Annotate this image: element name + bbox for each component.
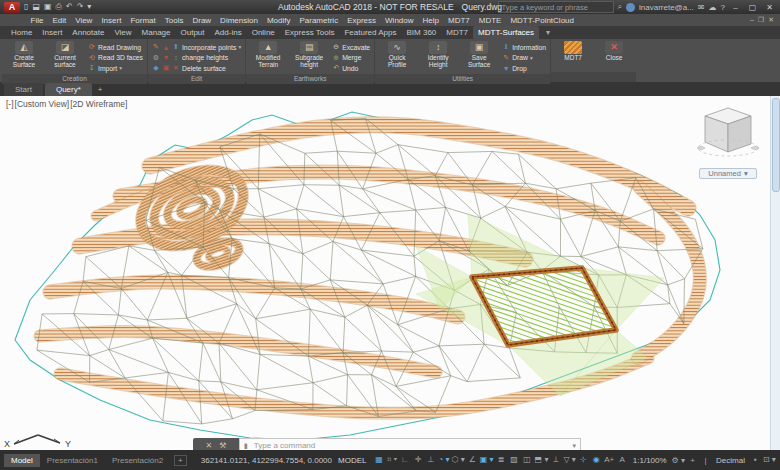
close-panel-button[interactable]: ✕ Close <box>596 41 632 62</box>
ortho-mode-icon[interactable]: ⊥ <box>424 455 437 465</box>
group-label-earthworks[interactable]: Earthworks <box>246 74 374 84</box>
drawing-canvas[interactable]: [-] [Custom View] [2D Wireframe] Unnamed… <box>0 96 780 450</box>
command-recent-icon[interactable]: ▾ <box>572 442 576 450</box>
doc-minimize-button[interactable]: – <box>750 16 754 24</box>
file-tab[interactable]: Query* <box>45 83 92 96</box>
new-file-icon[interactable]: ▯ <box>24 2 28 12</box>
ribbon-tab[interactable]: Featured Apps <box>339 26 401 39</box>
communication-center-icon[interactable]: ✉ <box>698 3 705 12</box>
signed-in-user[interactable]: lnavarrete@a... <box>639 3 694 12</box>
isometric-drafting-icon[interactable]: ⬡ ▾ <box>451 455 466 465</box>
menu-item[interactable]: Modify <box>262 16 295 25</box>
plot-icon[interactable]: ⎙ <box>56 2 62 12</box>
search-input[interactable] <box>498 1 614 13</box>
command-line-grip[interactable]: ✕ ⚒ <box>193 438 239 450</box>
object-snap-tracking-icon[interactable]: ∠ <box>466 455 479 465</box>
draw-button[interactable]: ✎Draw▾ <box>502 54 546 62</box>
help-icon[interactable]: ? <box>721 3 725 12</box>
autocad-logo-icon[interactable]: A <box>4 2 20 13</box>
ribbon-tab[interactable]: Annotate <box>67 26 109 39</box>
group-label-utilities[interactable]: Utilities <box>375 74 550 84</box>
ribbon-tab[interactable]: Insert <box>37 26 67 39</box>
import-button[interactable]: ↧Import▾ <box>88 64 143 72</box>
minimize-button[interactable]: – <box>729 3 742 12</box>
identify-height-button[interactable]: ↕ Identify Height <box>420 41 456 69</box>
doc-restore-button[interactable]: ❐ <box>758 16 764 24</box>
command-customize-icon[interactable]: ⚒ <box>219 441 226 450</box>
snap-mode-icon[interactable]: ⌗ ▾ <box>385 455 398 465</box>
units-divider-icon[interactable]: | <box>699 456 712 465</box>
viewcube-ucs-dropdown[interactable]: Unnamed ▾ <box>699 168 757 179</box>
subgrade-height-button[interactable]: ▤ Subgrade height <box>291 41 327 69</box>
ribbon-tab[interactable]: Output <box>176 26 210 39</box>
dynamic-input-icon[interactable]: ✛ <box>411 455 424 465</box>
command-line[interactable]: ✕ ⚒ ▮ ▾ <box>193 438 581 450</box>
model-space-toggle[interactable]: MODEL <box>334 455 370 466</box>
drop-button[interactable]: ▼Drop <box>502 64 546 72</box>
incorporate-points-button[interactable]: ✎ ▲ ⬆ Incorporate points▾ <box>152 43 241 51</box>
annotation-scale-letter-icon[interactable]: A <box>616 455 629 465</box>
menu-item[interactable]: MDT7 <box>443 16 474 25</box>
ribbon-tab[interactable]: Home <box>6 26 37 39</box>
menu-item[interactable]: Parametric <box>295 16 343 25</box>
group-label-edit[interactable]: Edit <box>148 74 245 84</box>
ribbon-tab[interactable]: MDT7 <box>441 26 473 39</box>
menu-item[interactable]: Window <box>381 16 418 25</box>
ribbon-minimize-icon[interactable]: ▾ <box>543 26 553 39</box>
ribbon-tab[interactable]: Add-ins <box>210 26 247 39</box>
ribbon-tab[interactable]: Express Tools <box>280 26 340 39</box>
quick-properties-icon[interactable]: ⊡ ▾ <box>762 455 777 465</box>
viewcube-icon[interactable] <box>693 102 763 160</box>
command-input[interactable] <box>252 440 569 450</box>
save-icon[interactable]: ▣ <box>44 2 52 12</box>
viewcube[interactable]: Unnamed ▾ <box>692 102 764 179</box>
open-file-icon[interactable]: ⬓ <box>32 2 40 12</box>
mdt7-button[interactable]: MDT7 <box>555 41 591 62</box>
3d-object-snap-icon[interactable]: ⬒ ▾ <box>534 455 550 465</box>
menu-item[interactable]: Draw <box>188 16 216 25</box>
grid-icon[interactable]: ▦ <box>372 455 385 465</box>
information-button[interactable]: ℹInformation <box>502 43 546 51</box>
read-3d-faces-button[interactable]: ⟲Read 3D faces <box>88 54 143 62</box>
infer-constraints-icon[interactable]: ∟ <box>398 455 411 465</box>
undo-button[interactable]: ↶Undo <box>332 64 370 72</box>
menu-item[interactable]: Format <box>126 16 160 25</box>
ribbon-tab[interactable]: BIM 360 <box>401 26 441 39</box>
ribbon-tab[interactable]: MDTT-Surfaces <box>473 26 539 39</box>
merge-button[interactable]: ⊕Merge <box>332 54 370 62</box>
workspace-switching-icon[interactable]: ⚙ ▾ <box>671 456 686 465</box>
lock-ui-icon[interactable]: ▪ <box>749 455 762 465</box>
menu-item[interactable]: Tools <box>160 16 188 25</box>
read-drawing-button[interactable]: ⟳Read Drawing <box>88 43 143 51</box>
dynamic-ucs-icon[interactable]: ⟂ <box>549 455 562 465</box>
user-avatar[interactable] <box>626 3 635 12</box>
menu-item[interactable]: Dimension <box>216 16 263 25</box>
menu-item[interactable]: Express <box>343 16 381 25</box>
maximize-button[interactable]: ▢ <box>746 3 759 12</box>
modified-terrain-button[interactable]: ▲ Modified Terrain <box>250 41 286 69</box>
close-button[interactable]: ✕ <box>763 3 776 12</box>
ribbon-tab[interactable]: Manage <box>137 26 176 39</box>
doc-close-button[interactable]: ✕ <box>768 16 774 24</box>
units-control[interactable]: Decimal <box>714 456 747 465</box>
vertical-scrollbar[interactable] <box>770 96 780 450</box>
excavate-button[interactable]: ⊖Excavate <box>332 43 370 51</box>
menu-item[interactable]: Help <box>418 16 443 25</box>
annotation-monitor-icon[interactable]: + <box>686 456 699 465</box>
search-icon[interactable]: ⌕ <box>618 2 622 12</box>
polar-tracking-icon[interactable]: ◔ ▾ <box>437 455 450 465</box>
viewport-menu-control[interactable]: [-] <box>6 99 14 109</box>
layout-tab[interactable]: Presentación2 <box>105 454 170 467</box>
scrollbar-thumb[interactable] <box>772 98 780 192</box>
create-surface-button[interactable]: ◭ Create Surface <box>6 41 42 69</box>
change-heights-button[interactable]: ⚙ ▼ ↕ change heights <box>152 54 241 62</box>
menu-item[interactable]: MDTE <box>474 16 506 25</box>
current-surface-button[interactable]: ◪ Current surface <box>47 41 83 69</box>
save-surface-button[interactable]: ▣ Save Surface <box>461 41 497 69</box>
lineweight-icon[interactable]: ≣ <box>495 455 508 465</box>
quick-profile-button[interactable]: ∿ Quick Profile <box>379 41 415 69</box>
menu-item[interactable]: MDTT-PointCloud <box>506 16 579 25</box>
menu-item[interactable]: Insert <box>97 16 126 25</box>
new-layout-button[interactable]: + <box>174 455 187 466</box>
qat-dropdown-icon[interactable]: ▾ <box>87 2 91 12</box>
